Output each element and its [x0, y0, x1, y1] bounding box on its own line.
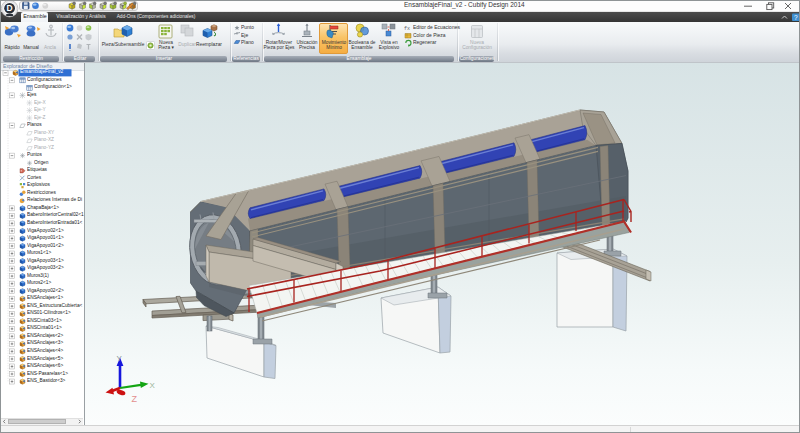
svg-text:D: D: [7, 3, 13, 13]
svg-text:Y: Y: [117, 354, 123, 363]
svg-text:Z: Z: [132, 394, 138, 404]
svg-text:X: X: [150, 381, 156, 390]
